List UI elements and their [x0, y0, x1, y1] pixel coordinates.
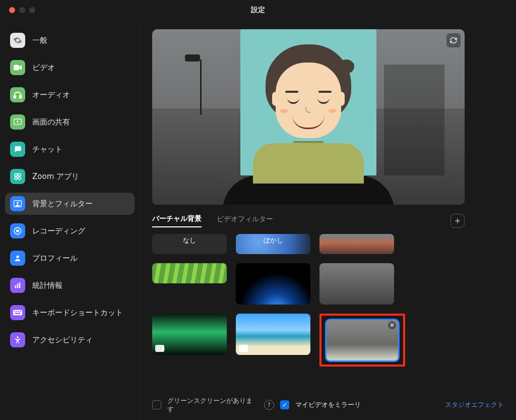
- keyboard-icon: [10, 305, 25, 320]
- bg-option-label: なし: [152, 234, 227, 254]
- sidebar-item-label: 統計情報: [32, 281, 62, 290]
- tab-video-filter[interactable]: ビデオフィルター: [217, 215, 273, 227]
- svg-point-6: [15, 177, 17, 179]
- sidebar-item-audio[interactable]: オーディオ: [5, 84, 135, 106]
- sidebar-item-label: アクセシビリティ: [32, 335, 93, 345]
- sidebar-item-label: Zoom アプリ: [32, 172, 79, 182]
- svg-rect-18: [16, 311, 17, 312]
- sidebar-item-label: キーボードショートカット: [32, 308, 123, 318]
- svg-point-11: [16, 229, 19, 232]
- bg-option-custom-selected[interactable]: ✕: [325, 319, 400, 362]
- mirror-video-checkbox[interactable]: [280, 400, 289, 409]
- virtual-background-overlay: [240, 29, 376, 175]
- sidebar-item-label: ビデオ: [32, 63, 55, 73]
- greenscreen-label: グリーンスクリーンがあります: [167, 396, 258, 414]
- svg-point-4: [15, 173, 17, 176]
- sidebar-item-label: レコーディング: [32, 226, 85, 236]
- svg-rect-2: [20, 96, 22, 98]
- titlebar: 設定: [0, 0, 516, 20]
- sidebar-item-recording[interactable]: レコーディング: [5, 220, 135, 242]
- sidebar-item-label: 背景とフィルター: [32, 199, 93, 209]
- bg-option-aurora-video[interactable]: [152, 314, 227, 355]
- add-background-button[interactable]: [450, 214, 465, 228]
- svg-rect-20: [20, 311, 21, 312]
- sidebar-item-background-filters[interactable]: 背景とフィルター: [5, 193, 135, 215]
- rotate-camera-button[interactable]: [446, 33, 461, 47]
- sidebar-item-accessibility[interactable]: アクセシビリティ: [5, 329, 135, 351]
- chat-icon: [10, 142, 25, 157]
- sidebar-item-profile[interactable]: プロフィール: [5, 247, 135, 269]
- sidebar-item-keyboard-shortcuts[interactable]: キーボードショートカット: [5, 302, 135, 324]
- sidebar-item-label: プロフィール: [32, 254, 78, 263]
- greenscreen-checkbox[interactable]: [152, 400, 161, 409]
- background-grid: なし ぼかし ✕: [152, 234, 475, 367]
- bg-option-blur[interactable]: ぼかし: [236, 234, 310, 254]
- profile-icon: [10, 251, 25, 266]
- bg-option-beach-video[interactable]: [236, 314, 310, 355]
- svg-point-7: [18, 177, 21, 179]
- sidebar-item-label: オーディオ: [32, 90, 70, 100]
- remove-background-button[interactable]: ✕: [388, 321, 396, 329]
- headphones-icon: [10, 87, 25, 102]
- video-icon: [239, 345, 248, 352]
- sidebar-item-label: チャット: [32, 145, 62, 154]
- svg-rect-17: [14, 311, 15, 312]
- svg-rect-16: [13, 310, 22, 316]
- window-title: 設定: [0, 6, 516, 15]
- svg-point-12: [16, 256, 19, 258]
- bg-option-label: ぼかし: [236, 234, 310, 254]
- mirror-video-label: マイビデオをミラーリ: [295, 400, 361, 409]
- sidebar-item-label: 一般: [32, 36, 47, 45]
- svg-rect-19: [18, 311, 19, 312]
- video-icon: [155, 345, 164, 352]
- selected-custom-background-highlight: ✕: [319, 314, 405, 367]
- svg-rect-13: [15, 285, 16, 288]
- svg-rect-1: [14, 96, 16, 98]
- sidebar-item-general[interactable]: 一般: [5, 29, 135, 51]
- bg-filter-tabs: バーチャル背景 ビデオフィルター: [152, 214, 465, 228]
- bg-option-bridge[interactable]: [319, 234, 394, 254]
- share-screen-icon: [10, 114, 25, 130]
- svg-rect-0: [14, 65, 19, 71]
- sidebar-item-chat[interactable]: チャット: [5, 138, 135, 160]
- bg-footer: グリーンスクリーンがあります ? マイビデオをミラーリ スタジオエフェクト: [152, 396, 504, 414]
- bg-option-earth[interactable]: [236, 263, 310, 305]
- svg-point-5: [18, 173, 21, 176]
- sidebar-item-label: 画面の共有: [32, 117, 70, 127]
- record-icon: [10, 223, 25, 238]
- apps-icon: [10, 169, 25, 184]
- sidebar-item-zoom-apps[interactable]: Zoom アプリ: [5, 165, 135, 188]
- tab-virtual-background[interactable]: バーチャル背景: [152, 214, 202, 227]
- studio-effects-link[interactable]: スタジオエフェクト: [445, 400, 504, 409]
- gear-icon: [10, 33, 25, 48]
- help-icon[interactable]: ?: [264, 400, 274, 410]
- accessibility-icon: [10, 332, 25, 347]
- settings-content: バーチャル背景 ビデオフィルター なし ぼかし ✕ グリーンスクリーンがあり: [140, 20, 516, 420]
- svg-point-22: [17, 336, 18, 338]
- video-preview: [152, 29, 465, 205]
- svg-rect-15: [19, 282, 20, 288]
- svg-rect-14: [17, 284, 18, 288]
- svg-rect-21: [15, 313, 21, 314]
- sidebar-item-video[interactable]: ビデオ: [5, 56, 135, 79]
- bg-option-none[interactable]: なし: [152, 234, 227, 254]
- background-icon: [10, 196, 25, 211]
- bg-option-office[interactable]: [319, 263, 394, 305]
- settings-sidebar: 一般 ビデオ オーディオ 画面の共有 チャット: [0, 20, 140, 420]
- stats-icon: [10, 278, 25, 293]
- video-icon: [10, 60, 25, 75]
- sidebar-item-statistics[interactable]: 統計情報: [5, 274, 135, 296]
- sidebar-item-share-screen[interactable]: 画面の共有: [5, 111, 135, 133]
- bg-option-grass[interactable]: [152, 263, 227, 283]
- svg-point-9: [17, 202, 19, 204]
